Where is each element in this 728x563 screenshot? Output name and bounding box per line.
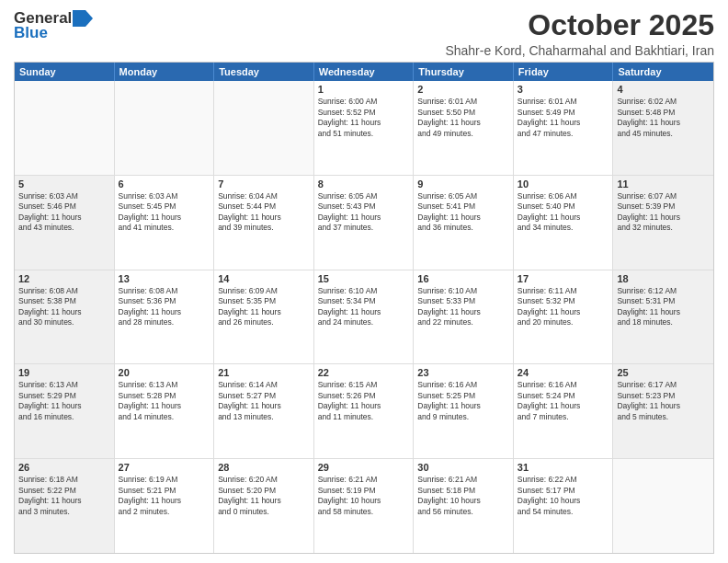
calendar-cell: 4Sunrise: 6:02 AM Sunset: 5:48 PM Daylig… [613,81,713,175]
calendar-cell: 25Sunrise: 6:17 AM Sunset: 5:23 PM Dayli… [613,364,713,458]
calendar-cell: 20Sunrise: 6:13 AM Sunset: 5:28 PM Dayli… [115,364,215,458]
calendar-cell: 13Sunrise: 6:08 AM Sunset: 5:36 PM Dayli… [115,270,215,364]
logo-blue: Blue [14,24,48,42]
day-info: Sunrise: 6:03 AM Sunset: 5:45 PM Dayligh… [119,191,210,234]
calendar-cell: 22Sunrise: 6:15 AM Sunset: 5:26 PM Dayli… [314,364,415,458]
calendar-cell: 6Sunrise: 6:03 AM Sunset: 5:45 PM Daylig… [115,176,215,270]
day-info: Sunrise: 6:21 AM Sunset: 5:18 PM Dayligh… [417,475,509,517]
header: General Blue October 2025 Shahr-e Kord, … [14,9,714,58]
day-number: 22 [318,367,410,378]
header-wednesday: Wednesday [314,63,415,81]
calendar-cell: 24Sunrise: 6:16 AM Sunset: 5:24 PM Dayli… [514,364,614,458]
day-info: Sunrise: 6:03 AM Sunset: 5:46 PM Dayligh… [18,191,110,234]
day-number: 14 [218,273,310,284]
calendar-cell: 29Sunrise: 6:21 AM Sunset: 5:19 PM Dayli… [314,459,415,553]
calendar-cell: 1Sunrise: 6:00 AM Sunset: 5:52 PM Daylig… [314,81,415,175]
day-number: 7 [218,178,310,190]
calendar-body: 1Sunrise: 6:00 AM Sunset: 5:52 PM Daylig… [15,81,713,553]
day-number: 16 [417,273,509,284]
calendar-cell: 17Sunrise: 6:11 AM Sunset: 5:32 PM Dayli… [514,270,614,364]
day-number: 2 [417,84,509,95]
calendar-cell [214,81,314,175]
day-info: Sunrise: 6:08 AM Sunset: 5:36 PM Dayligh… [119,286,210,328]
calendar-cell [115,81,215,175]
day-info: Sunrise: 6:19 AM Sunset: 5:21 PM Dayligh… [119,475,210,517]
day-info: Sunrise: 6:20 AM Sunset: 5:20 PM Dayligh… [218,475,310,517]
day-info: Sunrise: 6:02 AM Sunset: 5:48 PM Dayligh… [617,97,710,139]
calendar-cell: 3Sunrise: 6:01 AM Sunset: 5:49 PM Daylig… [514,81,614,175]
day-number: 3 [518,84,609,95]
day-number: 18 [617,273,710,284]
calendar-cell: 9Sunrise: 6:05 AM Sunset: 5:41 PM Daylig… [414,176,514,270]
header-friday: Friday [514,63,614,81]
calendar-cell: 28Sunrise: 6:20 AM Sunset: 5:20 PM Dayli… [214,459,314,553]
calendar-cell: 26Sunrise: 6:18 AM Sunset: 5:22 PM Dayli… [15,459,115,553]
day-info: Sunrise: 6:05 AM Sunset: 5:43 PM Dayligh… [318,191,410,234]
header-sunday: Sunday [15,63,115,81]
calendar-header: Sunday Monday Tuesday Wednesday Thursday… [15,63,713,81]
calendar-cell: 11Sunrise: 6:07 AM Sunset: 5:39 PM Dayli… [613,176,713,270]
day-number: 5 [18,178,110,190]
calendar-cell: 10Sunrise: 6:06 AM Sunset: 5:40 PM Dayli… [514,176,614,270]
day-info: Sunrise: 6:22 AM Sunset: 5:17 PM Dayligh… [518,475,609,517]
week-row-3: 12Sunrise: 6:08 AM Sunset: 5:38 PM Dayli… [15,270,713,365]
calendar: Sunday Monday Tuesday Wednesday Thursday… [14,62,714,554]
day-info: Sunrise: 6:07 AM Sunset: 5:39 PM Dayligh… [617,191,710,234]
header-monday: Monday [115,63,215,81]
logo: General Blue [14,9,93,42]
day-info: Sunrise: 6:01 AM Sunset: 5:50 PM Dayligh… [417,97,509,139]
day-number: 20 [119,367,210,378]
header-tuesday: Tuesday [214,63,314,81]
day-number: 29 [318,462,410,473]
day-number: 6 [119,178,210,190]
calendar-cell: 21Sunrise: 6:14 AM Sunset: 5:27 PM Dayli… [214,364,314,458]
day-number: 19 [18,367,110,378]
day-number: 13 [119,273,210,284]
day-info: Sunrise: 6:08 AM Sunset: 5:38 PM Dayligh… [18,286,110,328]
calendar-cell: 15Sunrise: 6:10 AM Sunset: 5:34 PM Dayli… [314,270,415,364]
calendar-cell: 27Sunrise: 6:19 AM Sunset: 5:21 PM Dayli… [115,459,215,553]
day-info: Sunrise: 6:21 AM Sunset: 5:19 PM Dayligh… [318,475,410,517]
day-info: Sunrise: 6:06 AM Sunset: 5:40 PM Dayligh… [518,191,609,234]
day-info: Sunrise: 6:14 AM Sunset: 5:27 PM Dayligh… [218,380,310,422]
day-info: Sunrise: 6:12 AM Sunset: 5:31 PM Dayligh… [617,286,710,328]
calendar-cell: 19Sunrise: 6:13 AM Sunset: 5:29 PM Dayli… [15,364,115,458]
day-number: 30 [417,462,509,473]
calendar-cell: 7Sunrise: 6:04 AM Sunset: 5:44 PM Daylig… [214,176,314,270]
day-info: Sunrise: 6:16 AM Sunset: 5:24 PM Dayligh… [518,380,609,422]
calendar-cell: 12Sunrise: 6:08 AM Sunset: 5:38 PM Dayli… [15,270,115,364]
subtitle: Shahr-e Kord, Chaharmahal and Bakhtiari,… [445,43,714,58]
day-number: 23 [417,367,509,378]
calendar-cell: 5Sunrise: 6:03 AM Sunset: 5:46 PM Daylig… [15,176,115,270]
month-title: October 2025 [445,9,714,41]
day-info: Sunrise: 6:13 AM Sunset: 5:28 PM Dayligh… [119,380,210,422]
day-number: 17 [518,273,609,284]
day-info: Sunrise: 6:10 AM Sunset: 5:34 PM Dayligh… [318,286,410,328]
day-info: Sunrise: 6:15 AM Sunset: 5:26 PM Dayligh… [318,380,410,422]
day-number: 11 [617,178,710,190]
day-info: Sunrise: 6:16 AM Sunset: 5:25 PM Dayligh… [417,380,509,422]
calendar-cell: 8Sunrise: 6:05 AM Sunset: 5:43 PM Daylig… [314,176,415,270]
calendar-cell: 30Sunrise: 6:21 AM Sunset: 5:18 PM Dayli… [414,459,514,553]
day-number: 1 [318,84,410,95]
day-info: Sunrise: 6:00 AM Sunset: 5:52 PM Dayligh… [318,97,410,139]
day-info: Sunrise: 6:13 AM Sunset: 5:29 PM Dayligh… [18,380,110,422]
day-info: Sunrise: 6:11 AM Sunset: 5:32 PM Dayligh… [518,286,609,328]
day-number: 9 [417,178,509,190]
day-info: Sunrise: 6:18 AM Sunset: 5:22 PM Dayligh… [18,475,110,517]
day-info: Sunrise: 6:17 AM Sunset: 5:23 PM Dayligh… [617,380,710,422]
week-row-1: 1Sunrise: 6:00 AM Sunset: 5:52 PM Daylig… [15,81,713,176]
day-number: 10 [518,178,609,190]
day-number: 31 [518,462,609,473]
day-number: 4 [617,84,710,95]
day-number: 27 [119,462,210,473]
week-row-4: 19Sunrise: 6:13 AM Sunset: 5:29 PM Dayli… [15,364,713,459]
page: General Blue October 2025 Shahr-e Kord, … [0,0,728,563]
day-number: 12 [18,273,110,284]
calendar-cell: 16Sunrise: 6:10 AM Sunset: 5:33 PM Dayli… [414,270,514,364]
svg-marker-0 [73,10,93,27]
day-number: 21 [218,367,310,378]
calendar-cell: 23Sunrise: 6:16 AM Sunset: 5:25 PM Dayli… [414,364,514,458]
header-thursday: Thursday [414,63,514,81]
calendar-cell: 18Sunrise: 6:12 AM Sunset: 5:31 PM Dayli… [613,270,713,364]
